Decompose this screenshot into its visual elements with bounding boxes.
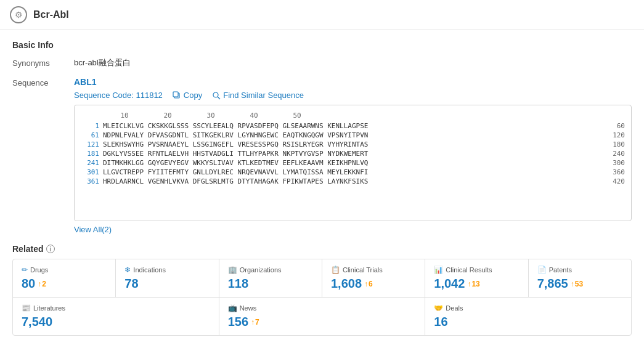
sequence-rows: 1 MLEICLKLVG CKSKKGLSSS SSCYLEEALQ RPVAS… [81, 122, 625, 185]
seq-line-end: 60 [617, 122, 625, 130]
sequence-row-item: 121 SLEKHSWYHG PVSRNAAEYL LSSGINGEFL VRE… [81, 140, 625, 148]
stat-item-deals[interactable]: 🤝 Deals 16 [425, 298, 631, 335]
seq-line-data: DGKLYVSSEE RFNTLAELVH HHSTVADGLI TTLHYPA… [103, 150, 609, 158]
seq-line-num: 241 [81, 159, 99, 167]
stat-value: 16 [434, 315, 622, 329]
page-title: Bcr-Abl [33, 9, 69, 20]
stat-label: 📊 Clinical Results [434, 266, 519, 274]
stat-label: ✏ Drugs [22, 266, 107, 274]
page-header: ⚙ Bcr-Abl [0, 0, 644, 30]
stat-type-icon: 🤝 [434, 304, 443, 312]
sequence-box: 10 20 30 40 50 1 MLEICLKLVG CKSKKGLSSS S… [74, 105, 632, 221]
stat-type-icon: 🏢 [228, 266, 237, 274]
stat-item-clinical-trials[interactable]: 📋 Clinical Trials 1,608 ↑6 [322, 259, 425, 297]
stat-label: ❄ Indications [124, 266, 210, 274]
sequence-row-item: 181 DGKLYVSSEE RFNTLAELVH HHSTVADGLI TTL… [81, 150, 625, 158]
stat-label: 📰 Literatures [22, 304, 210, 312]
stat-value: 78 [124, 277, 210, 291]
sequence-row-item: 241 DITMKHKLGG GQYGEVYEGV WKKYSLIVAV KTL… [81, 159, 625, 167]
stat-change: ↑6 [364, 280, 373, 288]
stat-type-icon: 📰 [22, 304, 31, 312]
stat-change: ↑13 [467, 280, 479, 288]
header-icon: ⚙ [10, 6, 27, 23]
seq-line-end: 300 [613, 159, 625, 167]
seq-line-data: DITMKHKLGG GQYGEVYEGV WKKYSLIVAV KTLKEDT… [103, 159, 609, 167]
sequence-row-item: 1 MLEICLKLVG CKSKKGLSSS SSCYLEEALQ RPVAS… [81, 122, 625, 130]
related-title: Related i [12, 244, 632, 254]
seq-line-end: 120 [613, 131, 625, 139]
copy-icon [173, 91, 181, 100]
stat-item-patents[interactable]: 📄 Patents 7,865 ↑53 [529, 259, 631, 297]
seq-line-end: 180 [613, 140, 625, 148]
basic-info-title: Basic Info [12, 40, 632, 50]
sequence-row-item: 61 NDPNLFVALY DFVASGDNTL SITKGEKLRV LGYN… [81, 131, 625, 139]
view-all-link[interactable]: View All(2) [74, 225, 112, 234]
seq-line-end: 420 [613, 177, 625, 185]
stat-item-news[interactable]: 📺 News 156 ↑7 [219, 298, 426, 335]
sequence-name: ABL1 [74, 77, 632, 87]
sequence-row: Sequence ABL1 Sequence Code: 111812 Copy [12, 77, 632, 234]
synonyms-label: Synonyms [12, 57, 74, 68]
find-similar-button[interactable]: Find Similar Sequence [212, 91, 304, 100]
stat-item-clinical-results[interactable]: 📊 Clinical Results 1,042 ↑13 [425, 259, 528, 297]
seq-line-num: 181 [81, 150, 99, 158]
seq-line-end: 360 [613, 168, 625, 176]
sequence-code-link[interactable]: Sequence Code: 111812 [74, 91, 163, 100]
content-area: Basic Info Synonyms bcr-abl融合蛋白 Sequence… [0, 30, 644, 337]
stat-change: ↑7 [251, 318, 259, 327]
seq-line-num: 361 [81, 177, 99, 185]
stat-label: 🏢 Organizations [228, 266, 313, 274]
seq-line-data: HRDLAARNCL VGENHLVKVA DFGLSRLMTG DTYTAHA… [103, 177, 609, 185]
stat-type-icon: 📊 [434, 266, 443, 274]
sequence-label: Sequence [12, 77, 74, 87]
stat-change: ↑53 [571, 280, 583, 288]
seq-line-end: 240 [613, 150, 625, 158]
sequence-row-item: 361 HRDLAARNCL VGENHLVKVA DFGLSRLMTG DTY… [81, 177, 625, 185]
seq-line-num: 301 [81, 168, 99, 176]
seq-line-num: 1 [81, 122, 99, 130]
svg-rect-1 [173, 92, 178, 97]
seq-line-num: 121 [81, 140, 99, 148]
synonyms-value: bcr-abl融合蛋白 [74, 57, 632, 68]
stat-type-icon: 📄 [537, 266, 547, 274]
stat-label: 📋 Clinical Trials [331, 266, 416, 274]
stat-change: ↑2 [38, 280, 46, 288]
svg-point-2 [213, 92, 218, 97]
stat-type-icon: ❄ [124, 266, 131, 274]
find-similar-icon [212, 91, 221, 100]
seq-line-data: MLEICLKLVG CKSKKGLSSS SSCYLEEALQ RPVASDF… [103, 122, 613, 130]
stat-label: 🤝 Deals [434, 304, 622, 312]
sequence-row-item: 301 LLGVCTREPP FYIITEFMTY GNLLDYLREC NRQ… [81, 168, 625, 176]
sequence-actions: Sequence Code: 111812 Copy Find Similar … [74, 91, 632, 100]
stat-value: 7,865 ↑53 [537, 277, 622, 291]
stat-value: 1,042 ↑13 [434, 277, 519, 291]
stat-type-icon: 📺 [228, 304, 237, 312]
related-section: Related i ✏ Drugs 80 ↑2 ❄ Indications 78 [12, 244, 632, 336]
synonyms-row: Synonyms bcr-abl融合蛋白 [12, 57, 632, 68]
stats-grid: ✏ Drugs 80 ↑2 ❄ Indications 78 🏢 Organiz… [12, 259, 632, 336]
stat-label: 📄 Patents [537, 266, 622, 274]
stat-type-icon: ✏ [22, 266, 28, 274]
stats-row-1: ✏ Drugs 80 ↑2 ❄ Indications 78 🏢 Organiz… [13, 259, 631, 298]
info-icon: i [46, 245, 55, 253]
stat-item-organizations[interactable]: 🏢 Organizations 118 [219, 259, 322, 297]
seq-line-data: NDPNLFVALY DFVASGDNTL SITKGEKLRV LGYNHNG… [103, 131, 609, 139]
copy-button[interactable]: Copy [173, 91, 202, 100]
stat-value: 80 ↑2 [22, 277, 107, 291]
stat-value: 7,540 [22, 315, 210, 329]
stat-value: 156 ↑7 [228, 315, 417, 329]
stat-item-literatures[interactable]: 📰 Literatures 7,540 [13, 298, 219, 335]
svg-line-3 [218, 97, 220, 99]
seq-line-num: 61 [81, 131, 99, 139]
sequence-data-area[interactable]: 1 MLEICLKLVG CKSKKGLSSS SSCYLEEALQ RPVAS… [81, 122, 625, 214]
stat-value: 118 [228, 277, 313, 291]
sequence-ruler: 10 20 30 40 50 [103, 112, 625, 120]
stat-label: 📺 News [228, 304, 417, 312]
seq-line-data: SLEKHSWYHG PVSRNAAEYL LSSGINGEFL VRESESS… [103, 140, 609, 148]
stat-item-drugs[interactable]: ✏ Drugs 80 ↑2 [13, 259, 116, 297]
stat-value: 1,608 ↑6 [331, 277, 416, 291]
seq-line-data: LLGVCTREPP FYIITEFMTY GNLLDYLREC NRQEVNA… [103, 168, 609, 176]
sequence-content: ABL1 Sequence Code: 111812 Copy Find Sim… [74, 77, 632, 234]
stat-type-icon: 📋 [331, 266, 340, 274]
stat-item-indications[interactable]: ❄ Indications 78 [116, 259, 219, 297]
